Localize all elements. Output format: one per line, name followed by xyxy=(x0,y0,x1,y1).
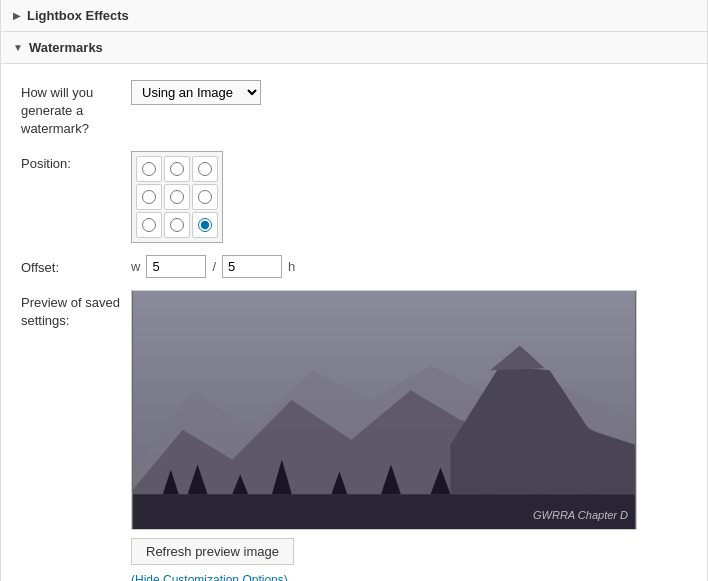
generate-watermark-row: How will you generate a watermark? Using… xyxy=(21,80,687,139)
position-radio-mr[interactable] xyxy=(198,190,212,204)
lightbox-effects-title: Lightbox Effects xyxy=(27,8,129,23)
watermarks-header[interactable]: ▼ Watermarks xyxy=(0,32,708,64)
offset-label: Offset: xyxy=(21,255,131,277)
position-cell-br xyxy=(192,212,218,238)
position-control xyxy=(131,151,687,243)
refresh-preview-button[interactable]: Refresh preview image xyxy=(131,538,294,565)
position-cell-tl xyxy=(136,156,162,182)
offset-h-label: h xyxy=(288,259,295,274)
position-row: Position: xyxy=(21,151,687,243)
position-radio-bl[interactable] xyxy=(142,218,156,232)
position-cell-tc xyxy=(164,156,190,182)
offset-h-input[interactable] xyxy=(222,255,282,278)
position-grid xyxy=(131,151,223,243)
watermarks-content: How will you generate a watermark? Using… xyxy=(0,64,708,581)
position-cell-bl xyxy=(136,212,162,238)
position-cell-ml xyxy=(136,184,162,210)
position-cell-tr xyxy=(192,156,218,182)
offset-row: Offset: w / h xyxy=(21,255,687,278)
position-cell-bc xyxy=(164,212,190,238)
watermark-credit: GWRRA Chapter D xyxy=(533,509,628,521)
offset-control: w / h xyxy=(131,255,687,278)
generate-watermark-label: How will you generate a watermark? xyxy=(21,80,131,139)
position-radio-tl[interactable] xyxy=(142,162,156,176)
position-cell-mr xyxy=(192,184,218,210)
position-radio-bc[interactable] xyxy=(170,218,184,232)
generate-watermark-control: Using an Image Using Text xyxy=(131,80,687,105)
preview-control: GWRRA Chapter D Refresh preview image (H… xyxy=(131,290,687,581)
watermarks-arrow-icon: ▼ xyxy=(13,42,23,53)
position-radio-mc[interactable] xyxy=(170,190,184,204)
offset-separator: / xyxy=(212,259,216,274)
generate-watermark-select[interactable]: Using an Image Using Text xyxy=(131,80,261,105)
preview-row: Preview of saved settings: xyxy=(21,290,687,581)
preview-svg xyxy=(132,291,636,529)
lightbox-effects-header[interactable]: ▶ Lightbox Effects xyxy=(0,0,708,32)
position-cell-mc xyxy=(164,184,190,210)
preview-image-container: GWRRA Chapter D xyxy=(131,290,637,530)
watermarks-title: Watermarks xyxy=(29,40,103,55)
position-radio-br[interactable] xyxy=(198,218,212,232)
lightbox-arrow-icon: ▶ xyxy=(13,10,21,21)
preview-label: Preview of saved settings: xyxy=(21,290,131,330)
position-radio-tr[interactable] xyxy=(198,162,212,176)
offset-w-input[interactable] xyxy=(146,255,206,278)
offset-w-label: w xyxy=(131,259,140,274)
hide-customization-link[interactable]: (Hide Customization Options) xyxy=(131,573,687,581)
position-label: Position: xyxy=(21,151,131,173)
position-radio-tc[interactable] xyxy=(170,162,184,176)
position-radio-ml[interactable] xyxy=(142,190,156,204)
